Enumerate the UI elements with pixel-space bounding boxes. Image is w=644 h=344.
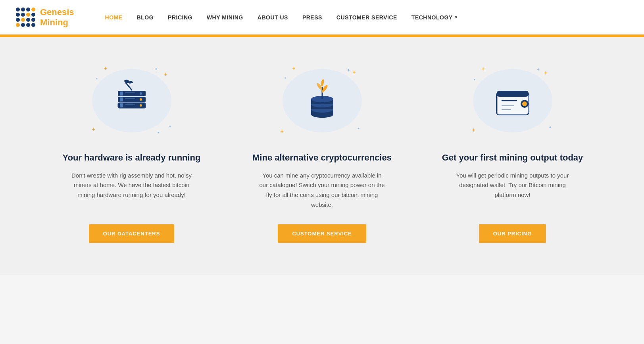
- features-grid: + + + ✦ ● ● ●: [44, 61, 600, 243]
- logo-dot: [16, 13, 20, 17]
- crypto-svg: [296, 75, 348, 126]
- svg-rect-1: [120, 103, 123, 107]
- nav-item-why-mining[interactable]: WHY MINING: [200, 14, 250, 21]
- pricing-button[interactable]: OUR PRICING: [479, 224, 546, 243]
- svg-point-25: [522, 101, 527, 106]
- logo-dot: [21, 23, 25, 27]
- card-hardware: + + + ✦ ● ● ●: [44, 61, 219, 243]
- svg-rect-10: [125, 92, 135, 93]
- mining-hardware-svg: [106, 75, 158, 126]
- nav-item-press[interactable]: PRESS: [295, 14, 329, 21]
- logo[interactable]: Genesis Mining: [16, 7, 74, 27]
- logo-dot: [16, 8, 20, 11]
- svg-rect-5: [120, 97, 123, 101]
- logo-dot: [31, 18, 35, 22]
- logo-dot: [31, 8, 35, 11]
- datacenters-button[interactable]: OUR DATACENTERS: [89, 224, 175, 243]
- svg-rect-23: [497, 91, 529, 97]
- nav-item-about-us[interactable]: ABOUT US: [250, 14, 295, 21]
- svg-rect-6: [125, 98, 135, 99]
- card-wallet-desc: You will get periodic mining outputs to …: [449, 171, 576, 200]
- nav-item-pricing[interactable]: PRICING: [161, 14, 200, 21]
- logo-dot: [26, 8, 30, 11]
- card-wallet-icon-wrapper: + + + ✦ ● ●: [465, 61, 560, 140]
- card-crypto-desc: You can mine any cryptocurrency availabl…: [259, 171, 386, 210]
- customer-service-button[interactable]: CUSTOMER SERVICE: [278, 224, 366, 243]
- logo-dot: [16, 18, 20, 22]
- svg-line-12: [126, 83, 132, 90]
- main-nav: HOME BLOG PRICING WHY MINING ABOUT US PR…: [98, 14, 628, 21]
- svg-point-3: [140, 104, 142, 107]
- logo-dot: [26, 18, 30, 22]
- svg-rect-2: [125, 104, 135, 105]
- logo-dots: [16, 8, 35, 27]
- nav-item-customer-service[interactable]: CUSTOMER SERVICE: [329, 14, 404, 21]
- logo-dot: [16, 23, 20, 27]
- main-content: + + + ✦ ● ● ●: [0, 37, 644, 275]
- logo-dot: [21, 18, 25, 22]
- logo-dot: [31, 13, 35, 17]
- logo-dot: [26, 23, 30, 27]
- card-crypto-title: Mine alternative cryptocurrencies: [252, 152, 392, 164]
- card-hardware-title: Your hardware is already running: [62, 152, 200, 164]
- logo-dot: [26, 13, 30, 17]
- card-crypto: + + + ✦ ● ●: [235, 61, 409, 243]
- svg-rect-9: [120, 92, 123, 96]
- card-hardware-desc: Don't wrestle with rig assembly and hot,…: [68, 171, 195, 200]
- nav-item-blog[interactable]: BLOG: [130, 14, 161, 21]
- wallet-svg: [487, 75, 538, 126]
- chevron-down-icon: ▼: [454, 15, 458, 19]
- logo-dot: [21, 13, 25, 17]
- logo-dot: [21, 8, 25, 11]
- card-wallet-title: Get your first mining output today: [442, 152, 583, 164]
- card-crypto-icon-wrapper: + + + ✦ ● ●: [275, 61, 370, 140]
- card-wallet: + + + ✦ ● ●: [425, 61, 600, 243]
- logo-dot: [31, 23, 35, 27]
- nav-item-technology[interactable]: TECHNOLOGY ▼: [404, 14, 465, 21]
- svg-point-7: [140, 98, 142, 101]
- nav-item-home[interactable]: HOME: [98, 14, 130, 21]
- svg-point-11: [140, 92, 142, 95]
- logo-text: Genesis Mining: [40, 7, 74, 27]
- site-header: Genesis Mining HOME BLOG PRICING WHY MIN…: [0, 0, 644, 36]
- card-hardware-icon-wrapper: + + + ✦ ● ● ●: [84, 61, 179, 140]
